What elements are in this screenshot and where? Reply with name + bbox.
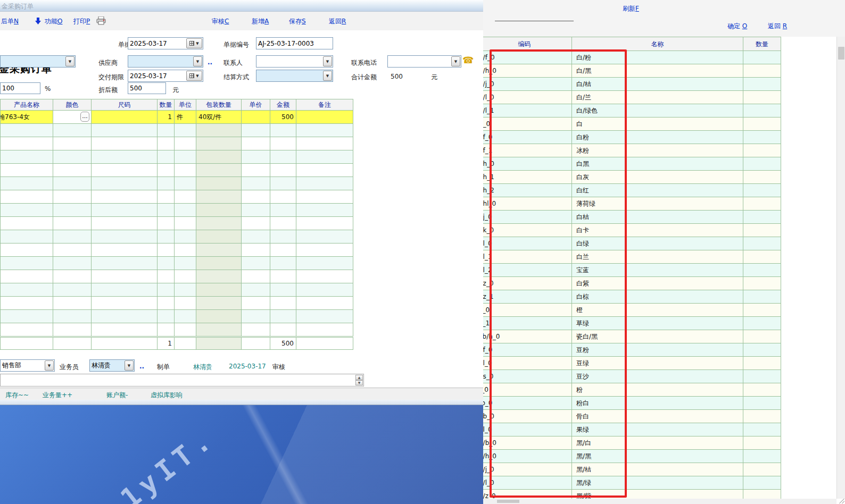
color-code[interactable]: dl_0 [483, 357, 572, 370]
dept-field[interactable]: ▼ [0, 359, 55, 372]
refresh-button[interactable]: 刷新F [623, 4, 639, 13]
color-code[interactable]: bf_0 [483, 131, 572, 144]
item-color-cell[interactable]: ... [53, 111, 92, 124]
volume-link[interactable]: 业务量++ [43, 391, 72, 400]
color-qty-cell[interactable] [743, 343, 781, 357]
color-code[interactable]: bh_0 [483, 157, 572, 171]
color-qty-cell[interactable] [743, 131, 781, 144]
add-button[interactable]: 新增A [252, 17, 269, 26]
calendar-dropdown-button[interactable]: ▼ [186, 38, 202, 48]
color-code[interactable]: h/l_0 [483, 476, 572, 490]
warehouse-input[interactable] [1, 56, 75, 67]
memo-spinner[interactable]: ▲ ▼ [355, 375, 363, 385]
color-code[interactable]: bk_0 [483, 224, 572, 237]
chevron-down-icon[interactable]: ▼ [65, 56, 74, 66]
discount-input[interactable] [1, 83, 40, 94]
supplier-input[interactable] [128, 56, 203, 67]
item-product[interactable]: 翰763-4女 [1, 111, 53, 124]
color-name[interactable]: 白棕 [572, 290, 743, 304]
color-qty-cell[interactable] [743, 290, 781, 304]
color-code[interactable]: b/h_0 [483, 64, 572, 78]
color-code[interactable]: cb/h_0 [483, 330, 572, 343]
empty-item-row[interactable] [1, 150, 353, 164]
color-qty-cell[interactable] [743, 171, 781, 184]
color-row[interactable]: dl_0 豆绿 [483, 357, 781, 370]
doc-no-field[interactable] [256, 37, 333, 49]
color-qty-cell[interactable] [743, 184, 781, 197]
spin-up-icon[interactable]: ▲ [355, 375, 363, 380]
item-unit[interactable]: 件 [175, 111, 196, 124]
salesman-more-button[interactable]: .. [139, 363, 144, 370]
item-pack[interactable]: 40双/件 [196, 111, 242, 124]
color-row[interactable]: bz_0 白紫 [483, 277, 781, 290]
col-code[interactable]: 编码 [483, 37, 572, 51]
return-button[interactable]: 返回R [329, 17, 346, 26]
color-code[interactable]: b/l_1 [483, 104, 572, 117]
color-qty-cell[interactable] [743, 397, 781, 410]
color-qty-cell[interactable] [743, 370, 781, 383]
telephone-icon[interactable]: ☎ [462, 55, 474, 65]
color-code[interactable]: h/b_0 [483, 436, 572, 450]
empty-item-row[interactable] [1, 310, 353, 323]
color-row[interactable]: c_1 草绿 [483, 317, 781, 330]
color-qty-cell[interactable] [743, 117, 781, 131]
virtual-stock-link[interactable]: 虚拟库影响 [151, 391, 183, 400]
col-size[interactable]: 尺码 [92, 99, 158, 111]
empty-item-row[interactable] [1, 270, 353, 283]
chevron-down-icon[interactable]: ▼ [193, 56, 202, 66]
color-name[interactable]: 宝蓝 [572, 264, 743, 277]
color-qty-cell[interactable] [743, 264, 781, 277]
empty-item-row[interactable] [1, 243, 353, 257]
empty-item-row[interactable] [1, 230, 353, 243]
color-code[interactable]: h/j_0 [483, 463, 572, 476]
color-qty-cell[interactable] [743, 144, 781, 157]
color-name[interactable]: 白兰 [572, 250, 743, 264]
color-row[interactable]: bh_2 白红 [483, 184, 781, 197]
color-qty-cell[interactable] [743, 450, 781, 463]
color-code[interactable]: h/h_0 [483, 450, 572, 463]
vertical-scrollbar[interactable] [836, 37, 845, 499]
color-row[interactable]: bl_0 白绿 [483, 237, 781, 250]
color-qty-cell[interactable] [743, 64, 781, 78]
color-name[interactable]: 白粉 [572, 131, 743, 144]
color-name[interactable]: 瓷白/黑 [572, 330, 743, 343]
item-amount[interactable]: 500 [270, 111, 296, 124]
color-name[interactable]: 白黑 [572, 157, 743, 171]
empty-item-row[interactable] [1, 137, 353, 150]
functions-button[interactable]: 功能O [45, 17, 62, 26]
color-code[interactable]: bl_0 [483, 237, 572, 250]
color-name[interactable]: 粉 [572, 383, 743, 397]
empty-item-row[interactable] [1, 283, 353, 297]
color-row[interactable]: bh_0 白黑 [483, 157, 781, 171]
color-qty-cell[interactable] [743, 78, 781, 91]
color-code[interactable]: bj_0 [483, 211, 572, 224]
color-name[interactable]: 豆沙 [572, 370, 743, 383]
color-row[interactable]: b/l_0 白/兰 [483, 91, 781, 104]
chevron-down-icon[interactable]: ▼ [323, 56, 332, 66]
col-qty[interactable]: 数量 [158, 99, 175, 111]
color-row[interactable]: bl_1 白兰 [483, 250, 781, 264]
color-qty-cell[interactable] [743, 224, 781, 237]
col-pack[interactable]: 包装数量 [196, 99, 242, 111]
item-note[interactable] [296, 111, 353, 124]
color-row[interactable]: bf_0 白粉 [483, 131, 781, 144]
empty-item-row[interactable] [1, 164, 353, 177]
col-amount[interactable]: 金额 [270, 99, 296, 111]
color-code[interactable]: c_0 [483, 304, 572, 317]
color-name[interactable]: 白卡 [572, 224, 743, 237]
color-name[interactable]: 白紫 [572, 277, 743, 290]
color-qty-cell[interactable] [743, 91, 781, 104]
color-row[interactable]: bz_1 白棕 [483, 290, 781, 304]
color-qty-cell[interactable] [743, 330, 781, 343]
color-name[interactable]: 薄荷绿 [572, 197, 743, 211]
color-qty-cell[interactable] [743, 237, 781, 250]
color-code[interactable]: bl_1 [483, 250, 572, 264]
color-name[interactable]: 果绿 [572, 423, 743, 436]
color-qty-cell[interactable] [743, 476, 781, 490]
item-row-selected[interactable]: 翰763-4女 ... 1 件 40双/件 500 [1, 111, 353, 124]
color-code[interactable]: bl_2 [483, 264, 572, 277]
empty-item-row[interactable] [1, 323, 353, 337]
color-code[interactable]: bh_2 [483, 184, 572, 197]
doc-date-field[interactable]: ▼ [128, 37, 203, 49]
item-qty[interactable]: 1 [158, 111, 175, 124]
